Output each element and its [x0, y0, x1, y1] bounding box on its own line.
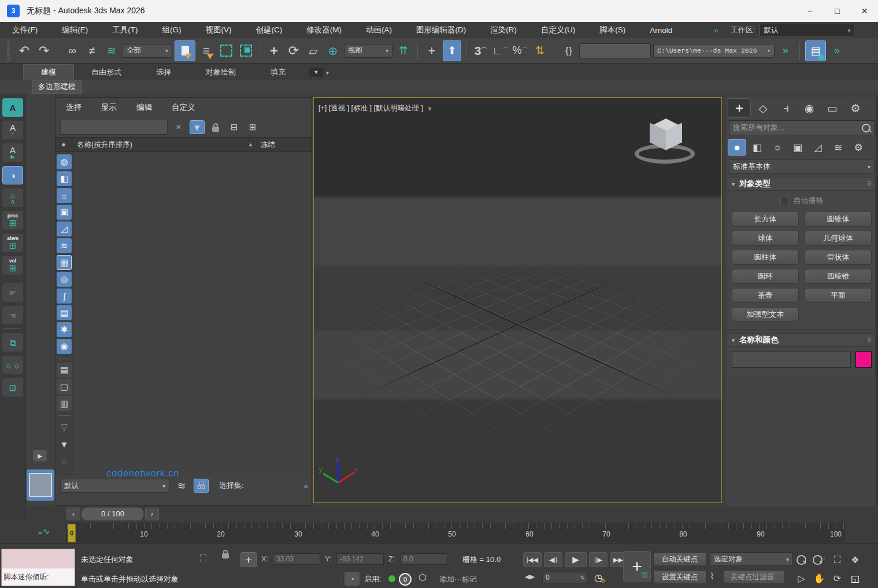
category-cameras-icon[interactable]: ▣ — [788, 139, 807, 156]
field-of-view-icon[interactable]: ▷ — [793, 571, 810, 586]
menu-graph-editors[interactable]: 图形编辑器(D) — [404, 25, 478, 35]
cylinder-button[interactable]: 圆柱体 — [732, 250, 799, 265]
x-coordinate-field[interactable]: 33.03 — [273, 553, 320, 565]
pan-icon[interactable]: ✋ — [811, 571, 828, 586]
arnold-scene-icon[interactable]: A — [2, 98, 23, 117]
explorer-menu-customize[interactable]: 自定义 — [172, 102, 195, 113]
select-object-icon[interactable] — [175, 40, 195, 61]
scene-object-list[interactable] — [73, 152, 312, 476]
display-shapes-icon[interactable]: ◧ — [57, 171, 72, 186]
go-to-start-icon[interactable]: |◀◀ — [523, 552, 542, 567]
menu-arnold[interactable]: Arnold — [638, 26, 684, 35]
rollout-grip-icon[interactable]: ⠿ — [866, 180, 872, 188]
display-bones-icon[interactable]: ∫ — [57, 289, 72, 304]
frozen-column-header[interactable]: 冻结 — [257, 140, 312, 150]
explorer-preset-dropdown[interactable]: 默认 — [60, 479, 169, 493]
frame-step-icon[interactable]: ◀▶ — [525, 573, 535, 580]
current-frame-spinner[interactable]: 0⇅ — [542, 572, 587, 583]
geosphere-button[interactable]: 几何球体 — [805, 231, 872, 246]
angle-snap-icon[interactable]: ∟⌒ — [492, 42, 509, 60]
object-name-input[interactable] — [732, 352, 851, 368]
ribbon-tab-modeling[interactable]: 建模 — [23, 64, 74, 80]
frame-counter[interactable]: 0 / 100 — [82, 508, 143, 520]
zoom-extents-all-icon[interactable]: ❖ — [847, 552, 864, 567]
category-shapes-icon[interactable]: ◧ — [748, 139, 766, 156]
undo-icon[interactable]: ↶ — [16, 42, 33, 60]
close-button[interactable]: ✕ — [851, 0, 878, 22]
name-column-header[interactable]: 名称(按升序排序) ▲ — [72, 140, 257, 150]
auto-key-button[interactable]: 自动关键点 — [653, 552, 706, 566]
viewport-label[interactable]: [+] [透视 ] [标准 ] [默认明暗处理 ] — [318, 103, 423, 113]
select-move-icon[interactable]: + — [265, 42, 283, 60]
absolute-mode-icon[interactable]: ✛ — [240, 552, 257, 567]
object-color-swatch[interactable] — [855, 352, 872, 368]
clear-search-icon[interactable]: × — [171, 120, 186, 134]
previous-frame-icon[interactable]: ‹ — [66, 508, 80, 520]
ribbon-tab-object-paint[interactable]: 对象绘制 — [188, 65, 253, 80]
select-link-icon[interactable]: ∞ — [64, 42, 81, 60]
volume-object-icon[interactable]: vol⊞ — [2, 256, 23, 275]
rect-selection-region-icon[interactable] — [217, 42, 235, 60]
category-geometry-icon[interactable]: ● — [728, 139, 746, 156]
menu-edit[interactable]: 编辑(E) — [50, 25, 100, 35]
category-helpers-icon[interactable]: ◿ — [809, 139, 827, 156]
bind-spacewarp-icon[interactable]: ≋ — [103, 42, 120, 60]
arnold-play-icon[interactable]: A▶ — [2, 143, 23, 162]
zoom-all-icon[interactable]: ⁺ — [811, 552, 828, 567]
menu-file[interactable]: 文件(F) — [0, 25, 50, 35]
filter-off-icon[interactable]: ▽ — [57, 420, 72, 435]
plane-button[interactable]: 平面 — [805, 288, 872, 303]
torus-button[interactable]: 圆环 — [732, 269, 799, 284]
textplus-button[interactable]: 加强型文本 — [732, 307, 799, 322]
display-xrefs-icon[interactable]: ◎ — [57, 272, 72, 287]
hand-tool-icon[interactable]: ☛ — [2, 283, 23, 302]
object-type-rollout-header[interactable]: ▾ 对象类型 ⠿ — [728, 177, 876, 191]
toolbar-overflow-icon[interactable]: » — [777, 42, 794, 60]
previous-key-icon[interactable]: ◀|| — [544, 552, 562, 567]
save-file-icon[interactable]: ▤ — [805, 40, 826, 61]
arnold-render-icon[interactable]: A⚡ — [2, 121, 23, 139]
light-a-icon[interactable]: ☼A — [2, 188, 23, 207]
workspace-dropdown[interactable]: 默认▾ — [760, 24, 854, 36]
tab-modify[interactable]: ◇ — [752, 99, 774, 117]
key-selection-dropdown[interactable]: 选定对象 — [710, 552, 793, 566]
explorer-search-input[interactable] — [60, 120, 168, 135]
command-panel-scrollbar[interactable] — [876, 97, 878, 543]
filter-funnel-icon[interactable]: ▼ — [190, 120, 205, 134]
counter-badge[interactable]: 0 — [399, 573, 412, 586]
set-key-button[interactable]: 设置关键点 — [653, 570, 706, 584]
tab-display[interactable]: ▭ — [821, 99, 843, 117]
teapot-button[interactable]: 茶壶 — [732, 288, 799, 303]
proc-object-icon[interactable]: proc⊞ — [2, 211, 23, 230]
spinner-snap-icon[interactable]: ⇅ — [531, 42, 549, 60]
list-view-icon[interactable]: ▤ — [57, 363, 72, 378]
cube-toggle-icon[interactable]: ⬡ — [418, 572, 427, 583]
y-coordinate-field[interactable]: -83.142 — [336, 553, 384, 565]
expand-panel-icon[interactable]: ▶ — [33, 450, 47, 461]
menu-rendering[interactable]: 渲染(R) — [478, 25, 529, 35]
filter-config-icon[interactable]: ▼ — [57, 437, 72, 452]
tab-create[interactable]: + — [728, 98, 751, 118]
menu-customize[interactable]: 自定义(U) — [529, 25, 587, 35]
category-systems-icon[interactable]: ⚙ — [849, 139, 868, 156]
menu-group[interactable]: 组(G) — [150, 25, 194, 35]
select-by-name-icon[interactable]: ≡ — [198, 42, 215, 60]
listener-pink-pane[interactable] — [2, 549, 75, 568]
material-sphere-icon[interactable]: ◑ — [2, 166, 23, 184]
windows-shapes-icon[interactable]: ⊡ — [2, 378, 23, 397]
toolbar-overflow2-icon[interactable]: » — [828, 42, 846, 60]
enable-green-dot[interactable] — [388, 575, 395, 582]
menu-animation[interactable]: 动画(A) — [354, 25, 404, 35]
maxscript-mini-listener[interactable]: 脚本迷你侦听: — [1, 549, 75, 586]
alembic-object-icon[interactable]: alem⊞ — [2, 234, 23, 252]
lock-explorer-icon[interactable] — [208, 120, 223, 134]
snap-3-icon[interactable]: 3⌒ — [472, 42, 490, 60]
time-configuration-icon[interactable]: ◷⚙ — [594, 572, 606, 584]
ribbon-tab-freeform[interactable]: 自由形式 — [74, 65, 139, 80]
hand-list-icon[interactable]: ☚ — [2, 306, 23, 324]
unlink-icon[interactable]: ≠ — [83, 42, 101, 60]
display-geometry-icon[interactable]: ◍ — [57, 154, 72, 169]
display-containers-icon[interactable]: ▤ — [57, 305, 72, 320]
display-visibility-icon[interactable]: ◉ — [57, 339, 72, 354]
z-coordinate-field[interactable]: 0.0 — [400, 553, 447, 565]
